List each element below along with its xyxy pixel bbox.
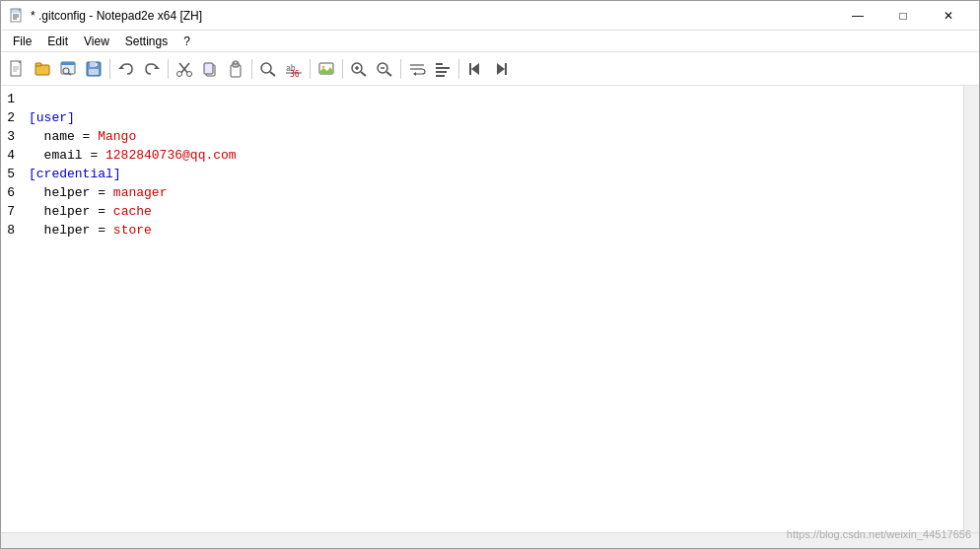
save-button[interactable] [82,57,105,81]
svg-point-32 [261,63,271,73]
line-1: [user] [29,110,75,125]
line-7: helper = store [29,223,152,238]
svg-rect-57 [505,63,507,75]
svg-rect-28 [204,63,213,74]
svg-line-45 [386,72,391,76]
title-bar: * .gitconfig - Notepad2e x64 [ZH] — □ ✕ [1,1,979,31]
wordwrap-button[interactable] [405,57,429,81]
svg-rect-51 [436,67,450,69]
line-6: helper = cache [29,204,152,219]
toolbar-sep-5 [342,59,343,79]
svg-marker-56 [497,63,505,75]
svg-rect-19 [89,69,99,75]
menu-help[interactable]: ? [175,33,198,50]
cut-button[interactable] [173,57,196,81]
toolbar-sep-2 [168,59,169,79]
find-button[interactable] [256,57,280,81]
svg-rect-14 [61,62,75,65]
copy-button[interactable] [198,57,222,81]
toolbar-sep-6 [400,59,401,79]
svg-marker-21 [118,66,124,69]
window-controls: — □ ✕ [835,1,971,31]
menu-edit[interactable]: Edit [39,33,76,50]
menu-file[interactable]: File [5,33,39,50]
window-title: * .gitconfig - Notepad2e x64 [ZH] [31,9,202,23]
horizontal-scrollbar[interactable] [1,532,979,548]
svg-rect-20 [96,63,98,66]
editor-content: 1 2 3 4 5 6 7 8 [user] name = Mango emai… [1,86,979,532]
zoom-in-button[interactable] [347,57,371,81]
toolbar: ab 36 [1,52,979,86]
next-button[interactable] [489,57,513,81]
line-numbers: 1 2 3 4 5 6 7 8 [1,86,21,532]
title-bar-left: * .gitconfig - Notepad2e x64 [ZH] [9,8,202,24]
svg-point-25 [177,71,182,76]
toolbar-sep-1 [109,59,110,79]
svg-rect-53 [436,75,445,77]
line-3: email = 1282840736@qq.com [29,148,237,163]
redo-button[interactable] [140,57,164,81]
svg-point-26 [187,71,192,76]
line-4: [credential] [29,167,121,181]
close-button[interactable]: ✕ [926,1,971,31]
main-window: * .gitconfig - Notepad2e x64 [ZH] — □ ✕ … [0,0,980,549]
svg-line-42 [361,72,366,76]
svg-rect-52 [436,71,447,73]
zoom-out-button[interactable] [373,57,396,81]
svg-text:36: 36 [290,70,300,78]
new-button[interactable] [5,57,29,81]
menu-bar: File Edit View Settings ? [1,31,979,52]
svg-line-33 [270,72,275,76]
svg-rect-18 [90,62,96,67]
toolbar-sep-3 [251,59,252,79]
editor-area[interactable]: [user] name = Mango email = 1282840736@q… [21,86,963,532]
paste-button[interactable] [224,57,247,81]
menu-view[interactable]: View [76,33,117,50]
minimize-button[interactable]: — [835,1,880,31]
format-button[interactable] [431,57,455,81]
svg-rect-31 [234,61,238,64]
svg-marker-54 [471,63,479,75]
browse-button[interactable] [56,57,80,81]
image-button[interactable] [315,57,338,81]
svg-rect-55 [469,63,471,75]
line-5: helper = manager [29,185,167,200]
undo-button[interactable] [114,57,138,81]
line-2: name = Mango [29,129,136,144]
menu-settings[interactable]: Settings [117,33,175,50]
prev-button[interactable] [463,57,487,81]
svg-marker-22 [154,66,160,69]
svg-rect-12 [35,63,41,66]
maximize-button[interactable]: □ [880,1,926,31]
vertical-scrollbar[interactable] [963,86,979,532]
app-icon [9,8,25,24]
svg-rect-50 [436,63,443,65]
open-button[interactable] [31,57,54,81]
replace-button[interactable]: ab 36 [282,57,306,81]
toolbar-sep-4 [310,59,311,79]
toolbar-sep-7 [458,59,459,79]
